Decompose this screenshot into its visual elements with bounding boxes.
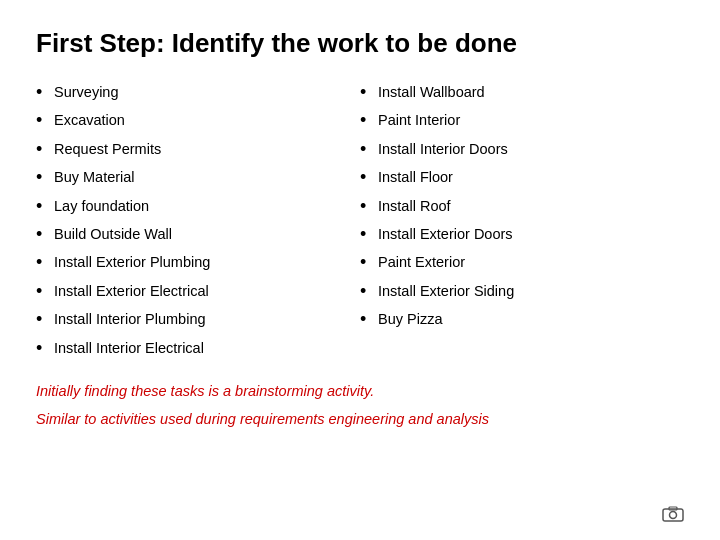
bullet-text: Buy Pizza [378, 308, 684, 330]
bullet-dot: • [36, 223, 54, 246]
bullet-dot: • [36, 308, 54, 331]
bullet-text: Paint Exterior [378, 251, 684, 273]
right-column: •Install Wallboard•Paint Interior•Instal… [360, 81, 684, 365]
footer-line2: Similar to activities used during requir… [36, 409, 684, 429]
bullet-text: Install Roof [378, 195, 684, 217]
list-item: •Install Roof [360, 195, 684, 218]
svg-point-1 [670, 512, 677, 519]
bullet-text: Install Exterior Doors [378, 223, 684, 245]
bullet-dot: • [360, 223, 378, 246]
list-item: •Paint Exterior [360, 251, 684, 274]
list-item: •Install Wallboard [360, 81, 684, 104]
bullet-dot: • [360, 81, 378, 104]
bullet-dot: • [36, 81, 54, 104]
list-item: •Install Exterior Siding [360, 280, 684, 303]
bullet-text: Install Interior Electrical [54, 337, 360, 359]
bullet-text: Install Exterior Plumbing [54, 251, 360, 273]
slide-title: First Step: Identify the work to be done [36, 28, 684, 59]
bullet-text: Install Exterior Electrical [54, 280, 360, 302]
list-item: •Paint Interior [360, 109, 684, 132]
camera-icon [662, 506, 684, 522]
bullet-text: Surveying [54, 81, 360, 103]
bullet-dot: • [360, 166, 378, 189]
list-item: •Lay foundation [36, 195, 360, 218]
bullet-text: Install Wallboard [378, 81, 684, 103]
list-item: •Excavation [36, 109, 360, 132]
bullet-dot: • [360, 280, 378, 303]
bullet-text: Install Floor [378, 166, 684, 188]
bullet-text: Install Exterior Siding [378, 280, 684, 302]
list-item: •Request Permits [36, 138, 360, 161]
bullet-dot: • [36, 109, 54, 132]
bullet-text: Request Permits [54, 138, 360, 160]
bullet-text: Install Interior Doors [378, 138, 684, 160]
bullet-dot: • [36, 251, 54, 274]
list-item: •Install Interior Doors [360, 138, 684, 161]
list-item: •Install Floor [360, 166, 684, 189]
bullet-dot: • [36, 166, 54, 189]
list-item: •Buy Material [36, 166, 360, 189]
bullet-dot: • [360, 195, 378, 218]
content-area: •Surveying•Excavation•Request Permits•Bu… [36, 81, 684, 365]
bullet-text: Lay foundation [54, 195, 360, 217]
bullet-dot: • [36, 138, 54, 161]
bullet-dot: • [360, 138, 378, 161]
footer-line1: Initially finding these tasks is a brain… [36, 383, 684, 399]
list-item: •Install Interior Electrical [36, 337, 360, 360]
bullet-dot: • [360, 109, 378, 132]
bullet-text: Paint Interior [378, 109, 684, 131]
list-item: •Build Outside Wall [36, 223, 360, 246]
bullet-text: Build Outside Wall [54, 223, 360, 245]
bullet-dot: • [360, 251, 378, 274]
list-item: •Surveying [36, 81, 360, 104]
list-item: •Buy Pizza [360, 308, 684, 331]
slide: First Step: Identify the work to be done… [0, 0, 720, 540]
list-item: •Install Exterior Plumbing [36, 251, 360, 274]
bullet-text: Buy Material [54, 166, 360, 188]
bullet-text: Install Interior Plumbing [54, 308, 360, 330]
list-item: •Install Interior Plumbing [36, 308, 360, 331]
left-column: •Surveying•Excavation•Request Permits•Bu… [36, 81, 360, 365]
bullet-text: Excavation [54, 109, 360, 131]
bullet-dot: • [360, 308, 378, 331]
bullet-dot: • [36, 337, 54, 360]
bullet-dot: • [36, 280, 54, 303]
list-item: •Install Exterior Electrical [36, 280, 360, 303]
bullet-dot: • [36, 195, 54, 218]
list-item: •Install Exterior Doors [360, 223, 684, 246]
